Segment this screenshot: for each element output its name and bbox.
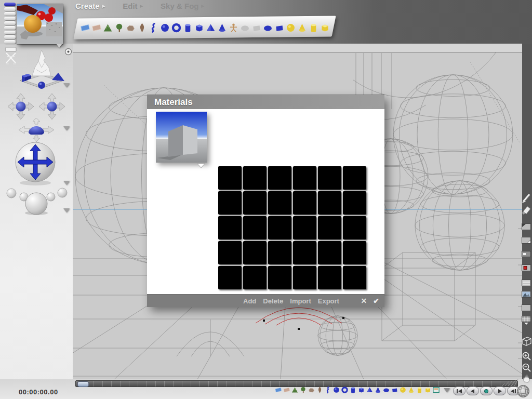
origin-button[interactable] — [64, 48, 72, 56]
cone-icon[interactable] — [216, 22, 228, 33]
cone-icon[interactable] — [374, 385, 382, 394]
play-button[interactable] — [494, 387, 506, 395]
materials-dialog-title[interactable]: Materials — [147, 95, 384, 109]
pyramid-icon[interactable] — [365, 385, 374, 394]
mini-toolbar-flyout[interactable] — [444, 388, 450, 392]
scene-selector[interactable] — [18, 47, 65, 92]
torus-icon[interactable] — [170, 22, 182, 33]
render-report-icon[interactable] — [521, 237, 532, 244]
flyout-triangle[interactable] — [63, 83, 70, 87]
director-chair-icon[interactable] — [4, 47, 18, 65]
eraser-icon[interactable] — [521, 205, 532, 216]
terrain-icon[interactable] — [102, 22, 113, 33]
render-preview-icon[interactable] — [521, 251, 532, 257]
material-slot[interactable] — [318, 266, 341, 289]
material-slot[interactable] — [268, 266, 291, 289]
water-plane-icon[interactable] — [79, 22, 90, 33]
material-slot[interactable] — [343, 241, 366, 264]
zoom-in-icon[interactable] — [521, 351, 532, 361]
preset-pill-active[interactable] — [4, 3, 16, 6]
preset-pill[interactable] — [4, 7, 16, 11]
terrain-icon[interactable] — [290, 385, 299, 394]
radial-light-icon[interactable] — [398, 385, 407, 394]
render-button-icon[interactable] — [521, 264, 532, 271]
cube-icon[interactable] — [357, 385, 365, 394]
camera-trackball[interactable] — [15, 141, 56, 186]
pyramid-icon[interactable] — [205, 22, 216, 33]
skip-start-button[interactable] — [453, 387, 466, 395]
round-light-icon[interactable] — [415, 385, 423, 394]
round-light-icon[interactable] — [308, 22, 319, 33]
selection-grid-icon[interactable] — [521, 316, 532, 325]
scene-preview-icon[interactable] — [521, 291, 532, 298]
wireframe-cube-icon[interactable] — [521, 336, 532, 347]
preset-pill[interactable] — [4, 17, 16, 20]
flyout-triangle[interactable] — [63, 126, 70, 130]
material-slot[interactable] — [218, 266, 242, 289]
material-slot[interactable] — [343, 266, 366, 289]
menu-create[interactable]: Create ▸ — [75, 2, 105, 10]
water-plane-icon[interactable] — [274, 385, 282, 394]
delete-button[interactable]: Delete — [263, 297, 283, 305]
add-button[interactable]: Add — [243, 297, 256, 305]
spot-light-icon[interactable] — [296, 22, 308, 33]
metaball-icon[interactable] — [324, 385, 332, 394]
render-controls-icon[interactable] — [521, 223, 532, 230]
square-2d-icon[interactable] — [250, 22, 262, 33]
cancel-button[interactable]: ✕ — [361, 297, 367, 305]
cylinder-icon[interactable] — [182, 22, 193, 33]
record-button[interactable] — [480, 387, 493, 395]
zoom-out-icon[interactable] — [521, 363, 532, 372]
material-slot[interactable] — [268, 166, 291, 190]
pan-hand-icon[interactable] — [521, 372, 532, 383]
disc-blue-icon[interactable] — [382, 385, 390, 394]
sphere-icon[interactable] — [332, 385, 340, 394]
material-slot[interactable] — [293, 241, 316, 264]
material-preview-flyout[interactable] — [197, 163, 205, 168]
ground-plane-icon[interactable] — [282, 385, 290, 394]
figure-icon[interactable] — [228, 22, 239, 33]
torus-icon[interactable] — [340, 385, 349, 394]
spot-light-icon[interactable] — [407, 385, 415, 394]
material-slot[interactable] — [218, 166, 242, 190]
confirm-button[interactable]: ✔ — [373, 297, 379, 305]
material-slot[interactable] — [243, 166, 267, 190]
metaball-icon[interactable] — [148, 22, 159, 33]
export-button[interactable]: Export — [318, 297, 339, 305]
material-swatch-icon[interactable] — [432, 385, 440, 394]
timeline-grip[interactable] — [501, 378, 518, 387]
material-slot[interactable] — [218, 216, 242, 240]
tree-icon[interactable] — [113, 22, 125, 33]
import-button[interactable]: Import — [290, 297, 311, 305]
cube-icon[interactable] — [193, 22, 205, 33]
material-slot[interactable] — [318, 191, 341, 215]
menu-sky-fog[interactable]: Sky & Fog ▸ — [161, 2, 204, 10]
tree-icon[interactable] — [299, 385, 307, 394]
cylinder-icon[interactable] — [349, 385, 357, 394]
material-slot[interactable] — [293, 166, 316, 190]
material-slot[interactable] — [268, 241, 291, 264]
material-slot[interactable] — [318, 241, 341, 264]
lattice-icon[interactable] — [136, 22, 148, 33]
material-slot[interactable] — [293, 191, 316, 215]
material-slot[interactable] — [218, 241, 242, 264]
material-slot[interactable] — [318, 216, 341, 240]
current-material-preview[interactable] — [156, 112, 207, 163]
disc-blue-icon[interactable] — [262, 22, 273, 33]
rock-icon[interactable] — [125, 22, 136, 33]
material-slot[interactable] — [268, 216, 291, 240]
square-light-icon[interactable] — [319, 22, 330, 33]
texture-list-icon[interactable] — [521, 280, 532, 286]
material-slot[interactable] — [243, 266, 267, 289]
material-slot[interactable] — [293, 266, 316, 289]
view-control-spheres[interactable] — [3, 181, 70, 215]
step-back-button[interactable] — [467, 387, 479, 395]
square-light-icon[interactable] — [423, 385, 432, 394]
nano-preview[interactable] — [17, 4, 63, 44]
menu-edit[interactable]: Edit ▸ — [123, 2, 143, 10]
square-blue-icon[interactable] — [390, 385, 398, 394]
panel-icon[interactable] — [521, 304, 532, 311]
material-slot[interactable] — [293, 216, 316, 240]
preset-pill[interactable] — [4, 40, 16, 44]
preset-pill[interactable] — [4, 26, 16, 30]
